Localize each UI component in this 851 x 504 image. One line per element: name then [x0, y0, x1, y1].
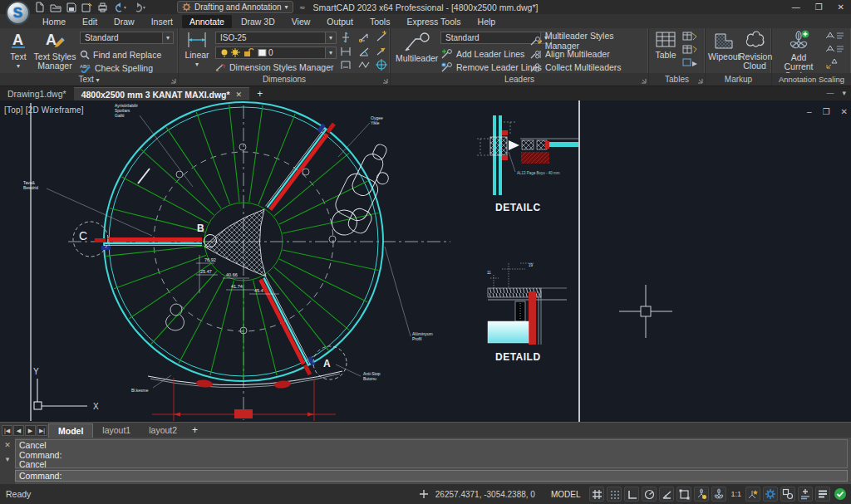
- polar-tracking-icon[interactable]: [642, 487, 657, 502]
- restore-drawing-button[interactable]: ❐: [823, 107, 830, 116]
- add-leader-lines-button[interactable]: Add Leader Lines: [440, 48, 524, 60]
- doc-tab-kanat-maxi[interactable]: 4800x2500 mm 3 KANAT MAXI.dwg* ✕: [74, 87, 250, 100]
- panel-caption-annotation-scaling[interactable]: Annotation Scaling: [772, 73, 851, 86]
- tab-view[interactable]: View: [284, 15, 318, 28]
- table-edit-icon[interactable]: [683, 32, 696, 40]
- panel-launcher-icon[interactable]: [697, 78, 703, 84]
- object-snap-icon[interactable]: [676, 487, 691, 502]
- dimension-styles-manager-button[interactable]: Dimension Styles Manager: [215, 61, 333, 73]
- minimize-drawing-button[interactable]: –: [807, 107, 812, 116]
- dim-baseline-icon[interactable]: [342, 32, 349, 42]
- add-layout-button[interactable]: +: [186, 424, 204, 436]
- panel-launcher-icon[interactable]: [170, 78, 176, 84]
- tab-tools[interactable]: Tools: [362, 15, 398, 28]
- tab-express-tools[interactable]: Express Tools: [399, 15, 468, 28]
- scale-list-add-icon[interactable]: [826, 32, 844, 38]
- multileader-styles-manager-button[interactable]: Multileader Styles Manager: [530, 35, 648, 46]
- close-button[interactable]: ✕: [838, 2, 844, 12]
- check-spelling-button[interactable]: ABC Check Spelling: [80, 62, 153, 74]
- panel-launcher-icon[interactable]: [641, 78, 647, 84]
- tab-help[interactable]: Help: [470, 15, 504, 28]
- wipeout-button[interactable]: Wipeout: [708, 31, 740, 61]
- dim-horizontal-icon[interactable]: [342, 47, 350, 56]
- new-doc-tab-button[interactable]: +: [249, 87, 270, 100]
- coords-toggle-icon[interactable]: [416, 487, 431, 502]
- dim-quick-icon[interactable]: [377, 31, 386, 41]
- text-styles-manager-button[interactable]: A Text Styles Manager: [33, 31, 76, 71]
- first-layout-button[interactable]: |◀: [2, 425, 12, 436]
- recent-commands-icon[interactable]: ▾: [6, 455, 10, 463]
- status-ok-icon[interactable]: [833, 487, 848, 502]
- tab-insert[interactable]: Insert: [144, 15, 180, 28]
- dim-edit-icon[interactable]: [377, 48, 385, 55]
- annotation-scale-value[interactable]: 1:1: [729, 490, 743, 498]
- chevron-down-icon[interactable]: ▾: [842, 89, 846, 97]
- workspace-gear-icon[interactable]: [763, 487, 778, 502]
- annotation-visibility-icon[interactable]: [694, 487, 709, 502]
- dim-continue-icon[interactable]: [359, 34, 367, 42]
- dim-style-dropdown[interactable]: ISO-25▾: [215, 32, 337, 44]
- hardware-accel-icon[interactable]: [798, 487, 813, 502]
- find-replace-button[interactable]: Find and Replace: [80, 49, 161, 61]
- panel-caption-text[interactable]: Text ▾: [0, 73, 178, 86]
- dim-jog-icon[interactable]: [359, 62, 369, 67]
- autoscale-icon[interactable]: [711, 487, 726, 502]
- viewport-label[interactable]: [Top] [2D Wireframe]: [4, 105, 84, 115]
- text-button[interactable]: A Text▾: [4, 31, 32, 71]
- grid-toggle-icon[interactable]: [589, 487, 604, 502]
- next-layout-button[interactable]: ▶: [25, 425, 36, 436]
- model-space-button[interactable]: MODEL: [544, 490, 588, 499]
- dim-bracket-icon[interactable]: [342, 61, 350, 69]
- scale-sync-icon[interactable]: [827, 59, 837, 68]
- align-multileader-button[interactable]: Align Multileader: [530, 48, 610, 60]
- panel-caption-leaders[interactable]: Leaders: [391, 73, 648, 86]
- app-logo[interactable]: S: [6, 1, 30, 25]
- tab-layout1[interactable]: layout1: [93, 423, 140, 437]
- scale-list-icon[interactable]: [826, 46, 844, 51]
- last-layout-button[interactable]: ▶|: [37, 425, 47, 436]
- tab-model[interactable]: Model: [48, 423, 93, 438]
- drawing-canvas[interactable]: 76.92 25.47 40.66 41.74 45.4 B C A Ayris…: [0, 100, 851, 422]
- close-drawing-button[interactable]: ✕: [841, 107, 848, 116]
- linear-dimension-button[interactable]: Linear▾: [182, 31, 212, 69]
- text-style-dropdown[interactable]: Standard▾: [80, 32, 174, 44]
- snap-toggle-icon[interactable]: [607, 487, 622, 502]
- tab-edit[interactable]: Edit: [75, 15, 105, 28]
- multileader-button[interactable]: Multileader: [396, 31, 437, 63]
- annoscale-sync-icon[interactable]: [745, 487, 760, 502]
- dim-centermark-icon[interactable]: [376, 59, 387, 71]
- command-input[interactable]: Command:: [15, 470, 848, 482]
- collect-multileaders-button[interactable]: Collect Multileaders: [530, 61, 622, 73]
- panel-launcher-icon[interactable]: [382, 78, 388, 84]
- tab-draw[interactable]: Draw: [106, 15, 142, 28]
- dim-layer-dropdown[interactable]: 0▾: [215, 46, 337, 59]
- minimize-button[interactable]: —: [792, 2, 800, 12]
- remove-leader-lines-button[interactable]: Remove Leader Lines: [440, 61, 542, 73]
- ribbon-collapse-icon[interactable]: —: [826, 89, 834, 97]
- restore-button[interactable]: ❐: [815, 2, 823, 12]
- panel-caption-tables[interactable]: Tables: [649, 73, 705, 86]
- close-command-icon[interactable]: ✕: [4, 441, 11, 449]
- ortho-toggle-icon[interactable]: [624, 487, 639, 502]
- table-export-icon[interactable]: [683, 59, 697, 66]
- tab-output[interactable]: Output: [319, 15, 361, 28]
- command-history[interactable]: Cancel Command: Cancel: [15, 439, 848, 468]
- dim-angular-icon[interactable]: [360, 48, 368, 56]
- table-button[interactable]: Table: [652, 31, 680, 60]
- tab-layout2[interactable]: layout2: [140, 423, 186, 437]
- tab-draw3d[interactable]: Draw 3D: [234, 15, 283, 28]
- isodraft-icon[interactable]: [659, 487, 674, 502]
- table-cell-icon[interactable]: [683, 46, 696, 53]
- prev-layout-button[interactable]: ◀: [13, 425, 24, 436]
- coordinates-readout[interactable]: 26257.4371, -3054.2388, 0: [434, 490, 542, 499]
- tab-annotate[interactable]: Annotate: [182, 15, 232, 28]
- close-tab-icon[interactable]: ✕: [236, 91, 243, 99]
- panel-caption-dimensions[interactable]: Dimensions: [179, 73, 390, 86]
- tab-home[interactable]: Home: [35, 15, 73, 28]
- panel-caption-markup[interactable]: Markup: [706, 73, 771, 86]
- customization-menu-icon[interactable]: [815, 487, 830, 502]
- revision-cloud-button[interactable]: RevisionCloud: [739, 31, 770, 71]
- isolate-objects-icon[interactable]: [780, 487, 795, 502]
- fan-drawing: 76.92 25.47 40.66 41.74 45.4 B C A Ayris…: [23, 102, 450, 421]
- doc-tab-drawing1[interactable]: Drawing1.dwg*: [0, 87, 74, 100]
